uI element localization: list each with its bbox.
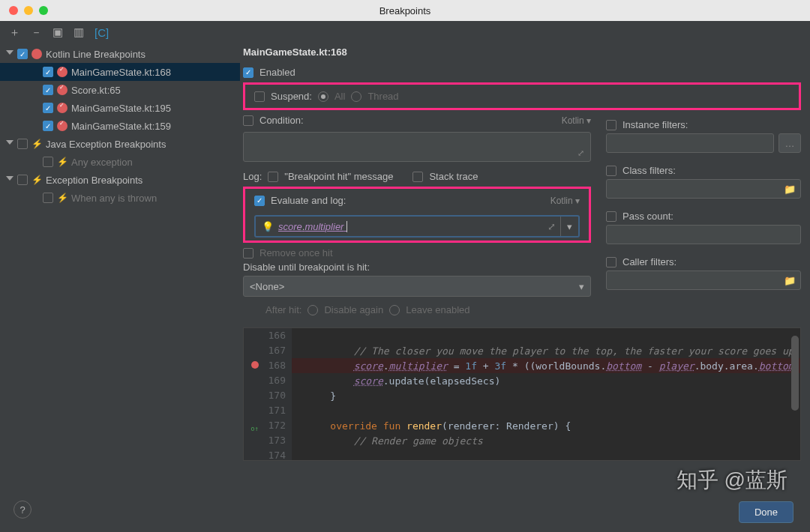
item-label: MainGameState.kt:159 (71, 121, 171, 132)
remove-once-hit-checkbox[interactable] (243, 248, 254, 259)
remove-once-hit-label: Remove once hit (260, 247, 333, 259)
tree-item-when-any-thrown[interactable]: ⚡ When any is thrown (0, 189, 240, 207)
minimize-window-button[interactable] (24, 6, 33, 15)
suspend-thread-label: Thread (368, 91, 398, 102)
expand-arrow-icon (6, 176, 14, 184)
tree-item-score-65[interactable]: Score.kt:65 (0, 81, 240, 99)
exception-icon: ⚡ (32, 139, 42, 149)
item-label: Any exception (71, 157, 133, 168)
evaluate-checkbox[interactable] (254, 196, 265, 206)
enabled-checkbox[interactable] (243, 67, 254, 78)
pass-count-input[interactable] (606, 225, 801, 244)
caller-filters-checkbox[interactable] (606, 257, 616, 267)
item-label: When any is thrown (71, 193, 157, 204)
exception-icon: ⚡ (57, 157, 68, 167)
toolbar: ＋ － ▣ ▥ [C] (0, 21, 810, 43)
add-breakpoint-button[interactable]: ＋ (9, 25, 20, 40)
pass-count-checkbox[interactable] (606, 211, 616, 222)
verified-breakpoint-icon (57, 67, 68, 77)
group-label: Java Exception Breakpoints (46, 139, 166, 150)
maximize-window-button[interactable] (39, 6, 48, 15)
tree-item-main-195[interactable]: MainGameState.kt:195 (0, 99, 240, 117)
tree-item-main-159[interactable]: MainGameState.kt:159 (0, 117, 240, 135)
group-label: Kotlin Line Breakpoints (46, 49, 146, 60)
group-checkbox[interactable] (17, 49, 28, 59)
log-stack-label: Stack trace (429, 171, 478, 182)
group-by-file-button[interactable]: ▣ (52, 25, 63, 39)
caller-filters-input[interactable]: 📁 (606, 270, 801, 290)
panel-title: MainGameState.kt:168 (243, 43, 801, 64)
log-stack-checkbox[interactable] (412, 172, 423, 182)
suspend-checkbox[interactable] (254, 91, 265, 102)
group-label: Exception Breakpoints (46, 175, 142, 186)
suspend-highlight: Suspend: All Thread (243, 82, 801, 110)
verified-breakpoint-icon (57, 85, 68, 95)
suspend-label: Suspend: (271, 91, 312, 102)
breakpoint-tree: Kotlin Line Breakpoints MainGameState.kt… (0, 43, 240, 487)
item-label: MainGameState.kt:168 (71, 67, 171, 78)
group-by-class-button[interactable]: ▥ (74, 25, 84, 39)
done-button[interactable]: Done (739, 501, 794, 523)
class-filters-input[interactable]: 📁 (606, 179, 801, 199)
expand-arrow-icon (6, 50, 14, 58)
tree-item-main-168[interactable]: MainGameState.kt:168 (0, 63, 240, 81)
item-checkbox[interactable] (43, 67, 53, 77)
suspend-all-radio[interactable] (318, 91, 328, 102)
evaluate-expression-input[interactable]: 💡 score.multiplier ⤢ ▾ (254, 215, 580, 238)
tree-group-kotlin[interactable]: Kotlin Line Breakpoints (0, 45, 240, 63)
tree-item-any-exception[interactable]: ⚡ Any exception (0, 153, 240, 171)
titlebar: Breakpoints (0, 0, 810, 21)
expand-icon[interactable]: ⤢ (578, 148, 584, 158)
item-checkbox[interactable] (43, 193, 53, 203)
after-hit-leave-radio[interactable] (389, 305, 400, 315)
expand-arrow-icon (6, 140, 14, 148)
group-checkbox[interactable] (17, 175, 28, 185)
remove-breakpoint-button[interactable]: － (31, 25, 42, 40)
condition-input[interactable]: ⤢ (243, 132, 591, 162)
verified-breakpoint-icon (57, 121, 68, 131)
item-checkbox[interactable] (43, 121, 53, 131)
after-hit-label: After hit: (266, 304, 302, 315)
condition-language[interactable]: Kotlin ▾ (562, 115, 591, 126)
suspend-all-label: All (334, 91, 345, 102)
suspend-thread-radio[interactable] (351, 91, 362, 102)
evaluate-highlight: Evaluate and log: Kotlin ▾ 💡 score.multi… (243, 187, 591, 243)
disable-until-label: Disable until breakpoint is hit: (243, 262, 591, 273)
folder-icon[interactable]: 📁 (784, 184, 796, 195)
after-hit-disable-radio[interactable] (308, 305, 318, 315)
group-checkbox[interactable] (17, 139, 28, 149)
instance-filters-checkbox[interactable] (606, 120, 616, 130)
expand-icon[interactable]: ⤢ (548, 221, 556, 232)
evaluate-language[interactable]: Kotlin ▾ (550, 196, 580, 206)
scrollbar[interactable] (791, 336, 799, 411)
instance-filters-browse[interactable]: … (778, 133, 801, 153)
exception-icon: ⚡ (32, 175, 42, 185)
exception-icon: ⚡ (57, 193, 68, 203)
view-options-button[interactable]: [C] (94, 26, 109, 39)
code-preview[interactable]: 166167 // The closer you move the player… (243, 327, 801, 461)
breakpoint-detail-panel: MainGameState.kt:168 Enabled Suspend: Al… (240, 43, 810, 487)
log-label: Log: (243, 171, 262, 182)
condition-label: Condition: (260, 115, 304, 126)
enabled-label: Enabled (260, 67, 296, 78)
window-title: Breakpoints (380, 5, 431, 16)
instance-filters-input[interactable] (606, 133, 774, 153)
log-bp-hit-checkbox[interactable] (268, 172, 278, 182)
bulb-icon[interactable]: 💡 (262, 221, 274, 232)
condition-checkbox[interactable] (243, 115, 254, 126)
help-button[interactable]: ? (14, 501, 32, 519)
evaluate-label: Evaluate and log: (271, 195, 346, 206)
item-checkbox[interactable] (43, 103, 53, 113)
disable-until-select[interactable]: <None> (243, 276, 591, 297)
close-window-button[interactable] (9, 6, 18, 15)
item-label: MainGameState.kt:195 (71, 103, 171, 114)
class-filters-checkbox[interactable] (606, 166, 616, 176)
history-dropdown-button[interactable]: ▾ (560, 217, 578, 236)
folder-icon[interactable]: 📁 (784, 275, 796, 286)
verified-breakpoint-icon (57, 103, 68, 113)
item-checkbox[interactable] (43, 85, 53, 95)
item-checkbox[interactable] (43, 157, 53, 167)
tree-group-java-exception[interactable]: ⚡ Java Exception Breakpoints (0, 135, 240, 153)
breakpoint-icon (32, 49, 42, 59)
tree-group-exception[interactable]: ⚡ Exception Breakpoints (0, 171, 240, 189)
